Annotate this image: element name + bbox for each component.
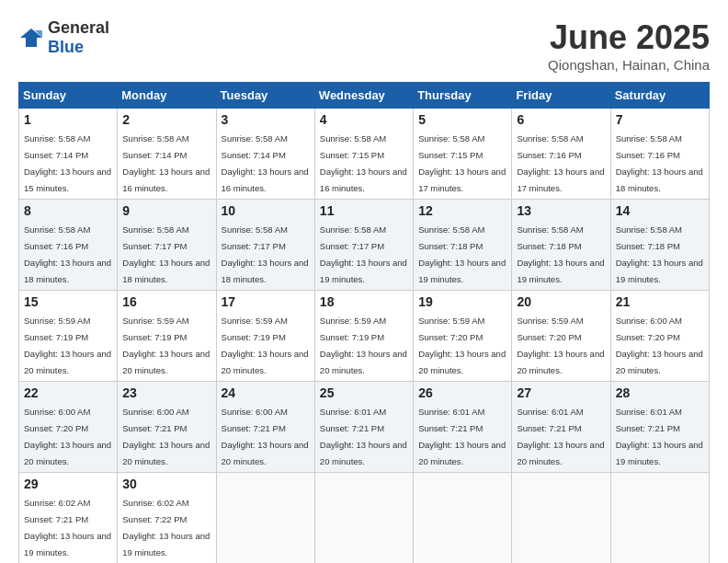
day-detail: Sunrise: 6:00 AMSunset: 7:20 PMDaylight:… xyxy=(24,407,111,466)
day-number: 15 xyxy=(24,294,112,309)
day-number: 14 xyxy=(616,203,704,218)
calendar-cell: 6 Sunrise: 5:58 AMSunset: 7:16 PMDayligh… xyxy=(512,109,610,200)
calendar-cell: 12 Sunrise: 5:58 AMSunset: 7:18 PMDaylig… xyxy=(414,200,512,291)
day-detail: Sunrise: 5:58 AMSunset: 7:14 PMDaylight:… xyxy=(24,133,111,193)
day-number: 29 xyxy=(24,477,112,491)
day-number: 1 xyxy=(24,112,112,127)
day-number: 25 xyxy=(320,385,408,400)
day-detail: Sunrise: 5:58 AMSunset: 7:18 PMDaylight:… xyxy=(616,224,703,284)
day-detail: Sunrise: 5:59 AMSunset: 7:20 PMDaylight:… xyxy=(418,316,506,375)
weekday-header-thursday: Thursday xyxy=(414,83,512,109)
calendar-cell: 8 Sunrise: 5:58 AMSunset: 7:16 PMDayligh… xyxy=(19,200,118,291)
day-number: 4 xyxy=(320,112,408,127)
weekday-header-row: SundayMondayTuesdayWednesdayThursdayFrid… xyxy=(19,83,710,109)
day-number: 7 xyxy=(616,112,704,127)
day-detail: Sunrise: 5:58 AMSunset: 7:16 PMDaylight:… xyxy=(517,133,604,193)
calendar-cell: 29 Sunrise: 6:02 AMSunset: 7:21 PMDaylig… xyxy=(19,473,118,564)
day-number: 27 xyxy=(517,385,605,400)
day-number: 19 xyxy=(418,294,506,309)
day-detail: Sunrise: 5:59 AMSunset: 7:20 PMDaylight:… xyxy=(517,316,604,375)
calendar-cell: 5 Sunrise: 5:58 AMSunset: 7:15 PMDayligh… xyxy=(414,109,512,200)
calendar-cell: 30 Sunrise: 6:02 AMSunset: 7:22 PMDaylig… xyxy=(118,473,216,564)
day-detail: Sunrise: 5:59 AMSunset: 7:19 PMDaylight:… xyxy=(320,316,407,375)
day-detail: Sunrise: 5:58 AMSunset: 7:16 PMDaylight:… xyxy=(24,224,111,284)
day-detail: Sunrise: 5:58 AMSunset: 7:18 PMDaylight:… xyxy=(517,224,604,284)
calendar-week-row: 1 Sunrise: 5:58 AMSunset: 7:14 PMDayligh… xyxy=(19,109,710,200)
calendar-cell: 3 Sunrise: 5:58 AMSunset: 7:14 PMDayligh… xyxy=(216,109,314,200)
day-detail: Sunrise: 5:58 AMSunset: 7:14 PMDaylight:… xyxy=(122,133,210,193)
calendar-cell xyxy=(512,473,610,564)
logo-text: General Blue xyxy=(48,18,109,57)
day-number: 22 xyxy=(24,385,112,400)
calendar-cell xyxy=(414,473,512,564)
calendar-table: SundayMondayTuesdayWednesdayThursdayFrid… xyxy=(18,82,710,563)
weekday-header-sunday: Sunday xyxy=(19,83,118,109)
calendar-cell: 4 Sunrise: 5:58 AMSunset: 7:15 PMDayligh… xyxy=(314,109,413,200)
calendar-cell: 9 Sunrise: 5:58 AMSunset: 7:17 PMDayligh… xyxy=(118,200,216,291)
calendar-week-row: 15 Sunrise: 5:59 AMSunset: 7:19 PMDaylig… xyxy=(19,291,710,382)
day-detail: Sunrise: 5:58 AMSunset: 7:17 PMDaylight:… xyxy=(222,224,309,284)
day-detail: Sunrise: 5:58 AMSunset: 7:15 PMDaylight:… xyxy=(320,133,407,193)
calendar-cell: 28 Sunrise: 6:01 AMSunset: 7:21 PMDaylig… xyxy=(610,382,709,473)
weekday-header-friday: Friday xyxy=(512,83,610,109)
calendar-cell: 17 Sunrise: 5:59 AMSunset: 7:19 PMDaylig… xyxy=(216,291,314,382)
calendar-cell: 21 Sunrise: 6:00 AMSunset: 7:20 PMDaylig… xyxy=(610,291,709,382)
day-number: 8 xyxy=(24,203,112,218)
day-number: 9 xyxy=(122,203,210,218)
calendar-cell xyxy=(216,473,314,564)
day-detail: Sunrise: 5:58 AMSunset: 7:17 PMDaylight:… xyxy=(320,224,407,284)
calendar-cell: 24 Sunrise: 6:00 AMSunset: 7:21 PMDaylig… xyxy=(216,382,314,473)
weekday-header-saturday: Saturday xyxy=(610,83,709,109)
day-detail: Sunrise: 6:01 AMSunset: 7:21 PMDaylight:… xyxy=(517,407,604,466)
day-number: 23 xyxy=(122,385,210,400)
day-number: 11 xyxy=(320,203,408,218)
calendar-cell: 23 Sunrise: 6:00 AMSunset: 7:21 PMDaylig… xyxy=(118,382,216,473)
calendar-cell: 1 Sunrise: 5:58 AMSunset: 7:14 PMDayligh… xyxy=(19,109,118,200)
location-title: Qiongshan, Hainan, China xyxy=(548,57,710,73)
calendar-cell: 26 Sunrise: 6:01 AMSunset: 7:21 PMDaylig… xyxy=(414,382,512,473)
day-detail: Sunrise: 5:58 AMSunset: 7:18 PMDaylight:… xyxy=(418,224,506,284)
day-number: 18 xyxy=(320,294,408,309)
calendar-week-row: 22 Sunrise: 6:00 AMSunset: 7:20 PMDaylig… xyxy=(19,382,710,473)
day-number: 21 xyxy=(616,294,704,309)
day-detail: Sunrise: 6:01 AMSunset: 7:21 PMDaylight:… xyxy=(418,407,506,466)
day-detail: Sunrise: 6:01 AMSunset: 7:21 PMDaylight:… xyxy=(320,407,407,466)
day-detail: Sunrise: 6:02 AMSunset: 7:22 PMDaylight:… xyxy=(122,498,210,557)
day-number: 17 xyxy=(222,294,310,309)
calendar-cell: 15 Sunrise: 5:59 AMSunset: 7:19 PMDaylig… xyxy=(19,291,118,382)
day-number: 26 xyxy=(418,385,506,400)
day-detail: Sunrise: 5:58 AMSunset: 7:15 PMDaylight:… xyxy=(418,133,506,193)
calendar-cell: 11 Sunrise: 5:58 AMSunset: 7:17 PMDaylig… xyxy=(314,200,413,291)
weekday-header-monday: Monday xyxy=(118,83,216,109)
calendar-cell: 19 Sunrise: 5:59 AMSunset: 7:20 PMDaylig… xyxy=(414,291,512,382)
title-area: June 2025 Qiongshan, Hainan, China xyxy=(548,18,710,73)
calendar-cell: 22 Sunrise: 6:00 AMSunset: 7:20 PMDaylig… xyxy=(19,382,118,473)
day-number: 6 xyxy=(517,112,605,127)
page-header: General Blue June 2025 Qiongshan, Hainan… xyxy=(18,18,710,73)
calendar-cell: 16 Sunrise: 5:59 AMSunset: 7:19 PMDaylig… xyxy=(118,291,216,382)
logo-general: General xyxy=(48,18,109,37)
calendar-cell: 14 Sunrise: 5:58 AMSunset: 7:18 PMDaylig… xyxy=(610,200,709,291)
calendar-cell: 7 Sunrise: 5:58 AMSunset: 7:16 PMDayligh… xyxy=(610,109,709,200)
weekday-header-wednesday: Wednesday xyxy=(314,83,413,109)
day-number: 28 xyxy=(616,385,704,400)
calendar-week-row: 8 Sunrise: 5:58 AMSunset: 7:16 PMDayligh… xyxy=(19,200,710,291)
calendar-cell: 25 Sunrise: 6:01 AMSunset: 7:21 PMDaylig… xyxy=(314,382,413,473)
day-detail: Sunrise: 6:00 AMSunset: 7:21 PMDaylight:… xyxy=(222,407,309,466)
day-detail: Sunrise: 5:58 AMSunset: 7:16 PMDaylight:… xyxy=(616,133,703,193)
calendar-cell xyxy=(610,473,709,564)
day-number: 10 xyxy=(222,203,310,218)
day-number: 3 xyxy=(222,112,310,127)
calendar-cell: 13 Sunrise: 5:58 AMSunset: 7:18 PMDaylig… xyxy=(512,200,610,291)
day-number: 5 xyxy=(418,112,506,127)
day-detail: Sunrise: 6:00 AMSunset: 7:21 PMDaylight:… xyxy=(122,407,210,466)
day-number: 12 xyxy=(418,203,506,218)
calendar-cell: 2 Sunrise: 5:58 AMSunset: 7:14 PMDayligh… xyxy=(118,109,216,200)
day-detail: Sunrise: 6:02 AMSunset: 7:21 PMDaylight:… xyxy=(24,498,111,557)
logo-blue: Blue xyxy=(48,38,84,56)
calendar-cell: 18 Sunrise: 5:59 AMSunset: 7:19 PMDaylig… xyxy=(314,291,413,382)
calendar-week-row: 29 Sunrise: 6:02 AMSunset: 7:21 PMDaylig… xyxy=(19,473,710,564)
day-number: 20 xyxy=(517,294,605,309)
day-detail: Sunrise: 5:59 AMSunset: 7:19 PMDaylight:… xyxy=(24,316,111,375)
logo-icon xyxy=(18,25,44,51)
